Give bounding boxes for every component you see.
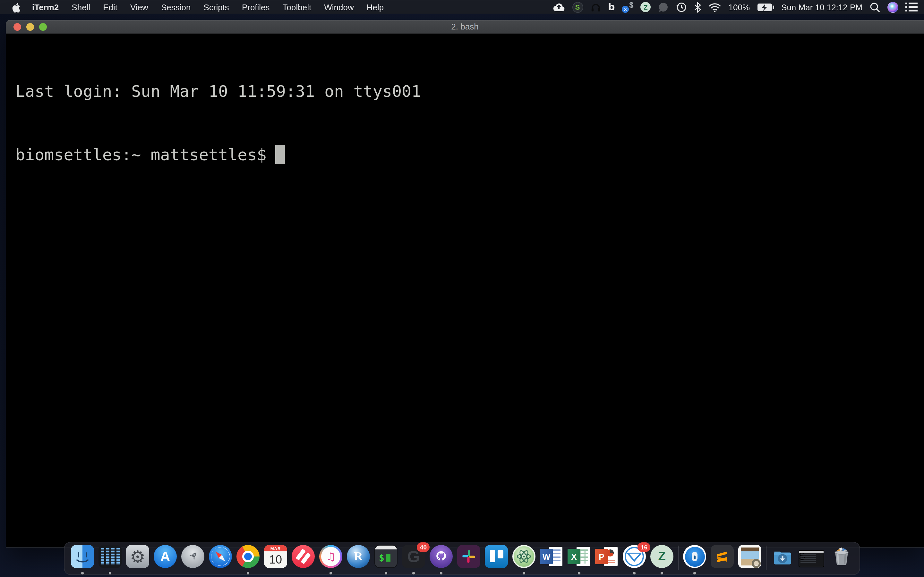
dock-app-store[interactable]: A — [153, 545, 177, 575]
backblaze-b-icon[interactable]: b — [608, 1, 615, 13]
terminal-prompt-line: biomsettles:~ mattsettles$ — [15, 144, 924, 165]
iterm-window: 2. bash Last login: Sun Mar 10 11:59:31 … — [6, 20, 924, 548]
rstudio-icon: R — [347, 545, 370, 568]
dock-separator — [678, 546, 678, 570]
dock-finder[interactable] — [71, 545, 94, 575]
terminal-last-login-line: Last login: Sun Mar 10 11:59:31 on ttys0… — [15, 81, 924, 102]
notification-badge: 40 — [417, 542, 430, 552]
word-icon: W — [540, 545, 563, 568]
dock-launchpad[interactable] — [181, 545, 204, 575]
dock-downloads-folder[interactable] — [771, 545, 794, 575]
headphones-icon[interactable] — [590, 1, 601, 13]
dock-sublime-text[interactable] — [711, 545, 734, 575]
sublime-text-icon — [711, 545, 734, 568]
cloud-upload-icon[interactable] — [552, 1, 565, 13]
dock-1password[interactable] — [683, 545, 706, 575]
dock-word[interactable]: W — [540, 545, 563, 575]
dock-activity-monitor[interactable] — [99, 545, 121, 575]
iterm-dollar-glyph: $ — [379, 553, 384, 563]
minimized-terminal-thumbnail: $ — [798, 550, 824, 567]
finder-icon — [71, 545, 94, 568]
menu-help[interactable]: Help — [360, 2, 391, 12]
dock-github[interactable] — [430, 545, 453, 575]
window-titlebar[interactable]: 2. bash — [6, 20, 924, 34]
1password-keyhole-icon — [683, 545, 706, 568]
launchpad-icon — [181, 545, 204, 568]
atom-icon — [512, 545, 535, 568]
iterm-icon: $ — [375, 545, 397, 568]
battery-charging-icon[interactable] — [757, 1, 774, 13]
excel-letter: X — [567, 549, 580, 564]
s-utility-icon[interactable]: S — [572, 2, 583, 13]
bluetooth-icon[interactable] — [695, 1, 702, 13]
apple-menu-icon[interactable] — [6, 2, 26, 13]
menu-session[interactable]: Session — [155, 2, 197, 12]
menu-toolbelt[interactable]: Toolbelt — [276, 2, 318, 12]
menu-view[interactable]: View — [124, 2, 155, 12]
dock-system-preferences[interactable]: ⚙ — [126, 545, 149, 575]
menu-profiles[interactable]: Profiles — [236, 2, 276, 12]
dock-atom[interactable] — [512, 545, 535, 575]
dock-airmail[interactable]: 16 — [623, 545, 646, 575]
menu-shell[interactable]: Shell — [65, 2, 97, 12]
dock-excel[interactable]: X — [567, 545, 591, 575]
calendar-month: MAR — [264, 545, 287, 551]
dock-g-app[interactable]: 40 G — [402, 545, 425, 575]
excel-icon: X — [567, 545, 591, 568]
dock-rstudio[interactable]: R — [347, 545, 370, 575]
dock-separator — [766, 546, 766, 570]
notification-center-icon[interactable] — [905, 1, 918, 13]
wifi-icon[interactable] — [709, 1, 722, 13]
menu-edit[interactable]: Edit — [97, 2, 124, 12]
dock-trello[interactable] — [485, 545, 508, 575]
news-icon — [292, 545, 315, 568]
battery-percentage: 100% — [729, 2, 750, 12]
time-machine-icon[interactable] — [676, 1, 688, 13]
slack-icon — [457, 545, 480, 568]
system-preferences-icon: ⚙ — [126, 545, 149, 568]
desktop: iTerm2 Shell Edit View Session Scripts P… — [0, 0, 924, 577]
dock-slack[interactable] — [457, 545, 480, 575]
word-letter: W — [540, 549, 553, 564]
menu-clock[interactable]: Sun Mar 10 12:12 PM — [781, 2, 863, 12]
dock-iterm[interactable]: $ — [375, 545, 397, 575]
dock-trash[interactable] — [830, 545, 853, 575]
chat-bubble-icon[interactable] — [658, 1, 669, 13]
zulip-menu-icon[interactable]: Z — [641, 2, 651, 12]
calendar-icon: MAR 10 — [264, 545, 287, 568]
terminal-content[interactable]: Last login: Sun Mar 10 11:59:31 on ttys0… — [6, 34, 924, 548]
trello-icon — [485, 545, 508, 568]
dock-chrome[interactable] — [236, 545, 260, 575]
safari-icon — [209, 545, 232, 568]
downloads-folder-icon — [771, 545, 794, 568]
dock-preview[interactable] — [738, 545, 761, 575]
dock-zulip[interactable]: Z — [650, 545, 674, 575]
notification-badge: 16 — [638, 542, 650, 552]
chrome-icon — [236, 545, 260, 568]
preview-icon — [738, 545, 761, 568]
powerpoint-icon: P — [595, 545, 618, 568]
activity-monitor-icon — [99, 545, 121, 568]
dock-safari[interactable] — [209, 545, 232, 575]
menu-app-name[interactable]: iTerm2 — [26, 2, 65, 12]
status-bar: S b $ x Z 100% — [552, 1, 918, 13]
stocks-ticker-icon[interactable]: $ x — [622, 1, 634, 13]
app-store-icon: A — [153, 545, 177, 568]
trash-full-icon — [830, 545, 853, 568]
itunes-note-glyph: ♫ — [326, 550, 336, 563]
spotlight-search-icon[interactable] — [869, 1, 880, 13]
terminal-prompt: biomsettles:~ mattsettles$ — [15, 145, 267, 164]
dock-calendar[interactable]: MAR 10 — [264, 545, 287, 575]
dock-news[interactable] — [292, 545, 315, 575]
menu-scripts[interactable]: Scripts — [197, 2, 235, 12]
dock-minimized-terminal-window[interactable]: $ — [798, 545, 825, 575]
menu-window[interactable]: Window — [318, 2, 360, 12]
menu-bar: iTerm2 Shell Edit View Session Scripts P… — [0, 0, 924, 14]
itunes-icon: ♫ — [319, 545, 342, 568]
siri-icon[interactable] — [887, 2, 898, 13]
dock: ⚙ A MAR 10 — [64, 542, 860, 575]
powerpoint-letter: P — [595, 549, 608, 564]
dock-powerpoint[interactable]: P — [595, 545, 618, 575]
zulip-icon: Z — [650, 545, 674, 568]
dock-itunes[interactable]: ♫ — [319, 545, 342, 575]
